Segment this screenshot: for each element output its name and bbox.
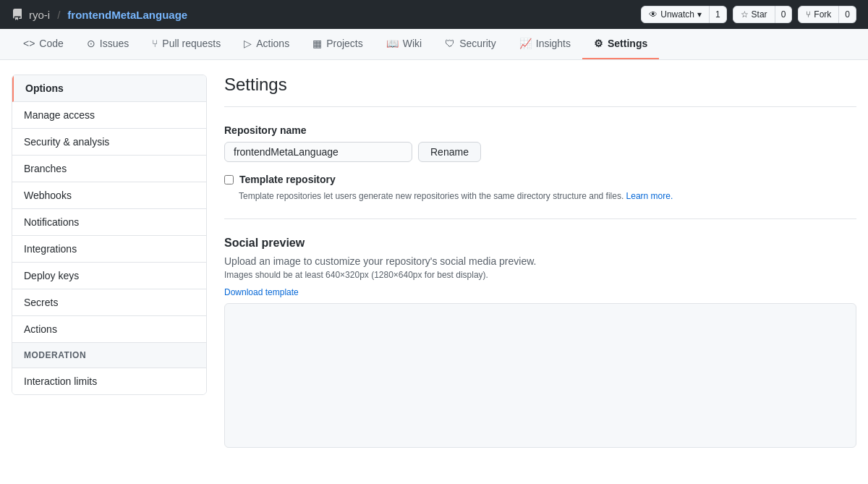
tab-wiki-label: Wiki xyxy=(403,38,422,49)
settings-icon: ⚙ xyxy=(594,38,603,49)
template-repo-section: Template repository Template repositorie… xyxy=(224,174,856,201)
learn-more-link[interactable]: Learn more. xyxy=(626,191,673,201)
social-preview-title: Social preview xyxy=(224,237,856,250)
template-repo-label[interactable]: Template repository xyxy=(239,174,336,185)
template-repo-desc-text: Template repositories let users generate… xyxy=(239,191,624,201)
rename-button[interactable]: Rename xyxy=(418,142,481,162)
sidebar-item-integrations[interactable]: Integrations xyxy=(12,236,206,263)
repo-name-label: Repository name xyxy=(224,124,856,136)
main-layout: Options Manage access Security & analysi… xyxy=(0,60,868,462)
repo-icon xyxy=(12,9,23,20)
repo-name-link[interactable]: frontendMetaLanguage xyxy=(67,9,187,21)
sidebar-item-options[interactable]: Options xyxy=(12,75,206,102)
star-group: ☆ Star 0 xyxy=(733,6,793,23)
tab-insights[interactable]: 📈 Insights xyxy=(508,29,582,59)
settings-sidebar: Options Manage access Security & analysi… xyxy=(12,75,207,395)
moderation-section-header: Moderation xyxy=(12,343,206,368)
topbar-actions: 👁 Unwatch ▾ 1 ☆ Star 0 ⑂ Fork 0 xyxy=(641,6,856,23)
sidebar-item-deploy-keys[interactable]: Deploy keys xyxy=(12,263,206,289)
eye-icon: 👁 xyxy=(649,9,658,20)
tab-actions[interactable]: ▷ Actions xyxy=(232,29,301,59)
tab-actions-label: Actions xyxy=(256,38,289,49)
sidebar-item-notifications[interactable]: Notifications xyxy=(12,209,206,236)
star-button[interactable]: ☆ Star xyxy=(733,6,775,23)
tab-projects[interactable]: ▦ Projects xyxy=(301,29,375,59)
repo-name-input[interactable] xyxy=(224,142,412,162)
star-count: 0 xyxy=(775,6,793,23)
sidebar-item-interaction-limits[interactable]: Interaction limits xyxy=(12,368,206,394)
tab-wiki[interactable]: 📖 Wiki xyxy=(375,29,433,59)
tab-security-label: Security xyxy=(459,38,496,49)
template-repo-checkbox[interactable] xyxy=(224,175,234,184)
settings-content: Settings Repository name Rename Template… xyxy=(224,75,856,448)
projects-icon: ▦ xyxy=(312,38,322,49)
security-icon: 🛡 xyxy=(445,38,455,49)
tab-code-label: Code xyxy=(39,38,63,49)
watch-group: 👁 Unwatch ▾ 1 xyxy=(641,6,726,23)
tab-settings[interactable]: ⚙ Settings xyxy=(582,29,659,59)
fork-icon: ⑂ xyxy=(806,9,811,20)
social-preview-box xyxy=(224,303,856,448)
wiki-icon: 📖 xyxy=(386,38,399,49)
tab-insights-label: Insights xyxy=(536,38,571,49)
tab-code[interactable]: <> Code xyxy=(12,29,75,59)
code-icon: <> xyxy=(23,38,35,49)
sidebar-item-manage-access[interactable]: Manage access xyxy=(12,102,206,129)
sidebar-item-secrets[interactable]: Secrets xyxy=(12,289,206,316)
tab-pr-label: Pull requests xyxy=(162,38,221,49)
social-preview-section: Social preview Upload an image to custom… xyxy=(224,237,856,448)
social-preview-note: Images should be at least 640×320px (128… xyxy=(224,270,856,280)
download-template-link[interactable]: Download template xyxy=(224,287,299,297)
watch-count: 1 xyxy=(710,6,727,23)
watch-label: Unwatch xyxy=(660,9,694,20)
fork-count: 0 xyxy=(839,6,856,23)
repo-nav: <> Code ⊙ Issues ⑂ Pull requests ▷ Actio… xyxy=(0,29,868,60)
tab-pull-requests[interactable]: ⑂ Pull requests xyxy=(140,29,232,59)
tab-issues[interactable]: ⊙ Issues xyxy=(75,29,140,59)
sidebar-item-webhooks[interactable]: Webhooks xyxy=(12,182,206,209)
star-icon: ☆ xyxy=(741,9,749,20)
breadcrumb-slash: / xyxy=(57,9,60,21)
page-title: Settings xyxy=(224,75,856,107)
fork-label: Fork xyxy=(814,9,831,20)
sidebar-item-actions[interactable]: Actions xyxy=(12,316,206,343)
sidebar-item-security-analysis[interactable]: Security & analysis xyxy=(12,129,206,156)
repo-breadcrumb: ryo-i / frontendMetaLanguage xyxy=(12,9,187,21)
template-repo-row: Template repository xyxy=(224,174,856,185)
tab-security[interactable]: 🛡 Security xyxy=(433,29,508,59)
repo-name-form: Rename xyxy=(224,142,856,162)
watch-button[interactable]: 👁 Unwatch ▾ xyxy=(641,6,710,23)
fork-group: ⑂ Fork 0 xyxy=(798,6,856,23)
repo-name-section: Repository name Rename xyxy=(224,124,856,162)
pr-icon: ⑂ xyxy=(152,38,158,49)
actions-icon: ▷ xyxy=(244,38,252,49)
issues-icon: ⊙ xyxy=(87,38,95,49)
repo-owner-link[interactable]: ryo-i xyxy=(29,9,50,21)
fork-button[interactable]: ⑂ Fork xyxy=(798,6,839,23)
social-preview-desc: Upload an image to customize your reposi… xyxy=(224,255,856,267)
chevron-down-icon: ▾ xyxy=(697,9,702,20)
insights-icon: 📈 xyxy=(519,38,532,49)
tab-settings-label: Settings xyxy=(608,38,647,49)
tab-projects-label: Projects xyxy=(326,38,363,49)
star-label: Star xyxy=(752,9,767,20)
sidebar-item-branches[interactable]: Branches xyxy=(12,156,206,182)
tab-issues-label: Issues xyxy=(100,38,129,49)
template-repo-desc: Template repositories let users generate… xyxy=(239,191,856,201)
section-divider xyxy=(224,218,856,219)
topbar: ryo-i / frontendMetaLanguage 👁 Unwatch ▾… xyxy=(0,0,868,29)
